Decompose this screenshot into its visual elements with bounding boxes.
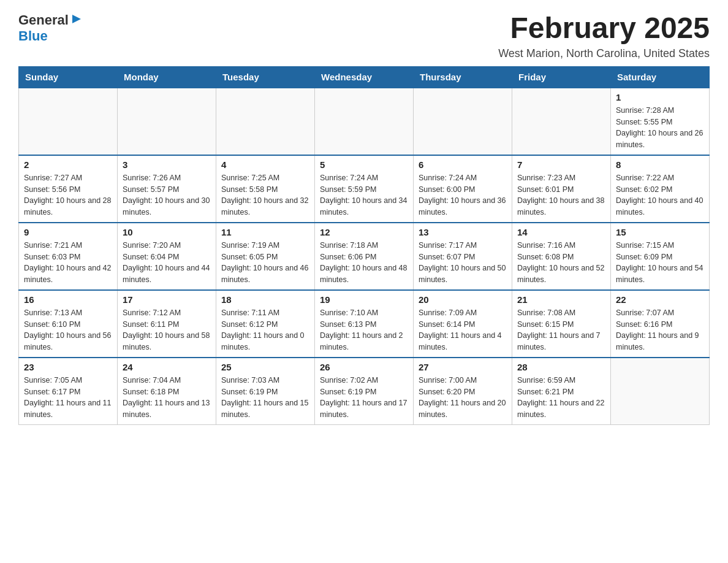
calendar-day-cell: 16Sunrise: 7:13 AMSunset: 6:10 PMDayligh…: [19, 290, 118, 358]
day-number: 21: [517, 294, 605, 305]
day-sun-info: Sunrise: 7:26 AMSunset: 5:57 PMDaylight:…: [123, 172, 211, 218]
day-sun-info: Sunrise: 7:12 AMSunset: 6:11 PMDaylight:…: [123, 307, 211, 353]
day-sun-info: Sunrise: 6:59 AMSunset: 6:21 PMDaylight:…: [517, 375, 605, 421]
day-number: 17: [123, 294, 211, 305]
calendar-day-cell: 4Sunrise: 7:25 AMSunset: 5:58 PMDaylight…: [216, 155, 315, 223]
day-number: 5: [320, 159, 408, 170]
calendar-week-row: 16Sunrise: 7:13 AMSunset: 6:10 PMDayligh…: [19, 290, 710, 358]
day-sun-info: Sunrise: 7:04 AMSunset: 6:18 PMDaylight:…: [123, 375, 211, 421]
day-sun-info: Sunrise: 7:13 AMSunset: 6:10 PMDaylight:…: [24, 307, 112, 353]
calendar-day-cell: [19, 88, 118, 155]
calendar-week-row: 9Sunrise: 7:21 AMSunset: 6:03 PMDaylight…: [19, 223, 710, 290]
day-number: 4: [221, 159, 309, 170]
calendar-day-cell: 22Sunrise: 7:07 AMSunset: 6:16 PMDayligh…: [611, 290, 710, 358]
calendar-day-cell: 23Sunrise: 7:05 AMSunset: 6:17 PMDayligh…: [19, 358, 118, 425]
calendar-day-cell: 27Sunrise: 7:00 AMSunset: 6:20 PMDayligh…: [414, 358, 512, 425]
day-number: 20: [419, 294, 507, 305]
day-sun-info: Sunrise: 7:17 AMSunset: 6:07 PMDaylight:…: [419, 240, 507, 286]
calendar-week-row: 23Sunrise: 7:05 AMSunset: 6:17 PMDayligh…: [19, 358, 710, 425]
day-of-week-header: Friday: [512, 66, 611, 88]
day-number: 26: [320, 362, 408, 372]
calendar-day-cell: 1Sunrise: 7:28 AMSunset: 5:55 PMDaylight…: [611, 88, 710, 155]
logo-general: General: [18, 12, 69, 28]
day-sun-info: Sunrise: 7:18 AMSunset: 6:06 PMDaylight:…: [320, 240, 408, 286]
day-number: 14: [517, 227, 605, 237]
day-sun-info: Sunrise: 7:02 AMSunset: 6:19 PMDaylight:…: [320, 375, 408, 421]
calendar-day-cell: 11Sunrise: 7:19 AMSunset: 6:05 PMDayligh…: [216, 223, 315, 290]
calendar-day-cell: 3Sunrise: 7:26 AMSunset: 5:57 PMDaylight…: [118, 155, 216, 223]
day-sun-info: Sunrise: 7:21 AMSunset: 6:03 PMDaylight:…: [24, 240, 112, 286]
day-sun-info: Sunrise: 7:19 AMSunset: 6:05 PMDaylight:…: [221, 240, 309, 286]
day-number: 19: [320, 294, 408, 305]
day-sun-info: Sunrise: 7:15 AMSunset: 6:09 PMDaylight:…: [616, 240, 704, 286]
day-of-week-header: Thursday: [414, 66, 512, 88]
calendar-week-row: 2Sunrise: 7:27 AMSunset: 5:56 PMDaylight…: [19, 155, 710, 223]
calendar-day-cell: 25Sunrise: 7:03 AMSunset: 6:19 PMDayligh…: [216, 358, 315, 425]
calendar-day-cell: 8Sunrise: 7:22 AMSunset: 6:02 PMDaylight…: [611, 155, 710, 223]
day-number: 2: [24, 159, 112, 170]
title-block: February 2025 West Marion, North Carolin…: [498, 12, 710, 60]
day-sun-info: Sunrise: 7:24 AMSunset: 5:59 PMDaylight:…: [320, 172, 408, 218]
calendar-day-cell: [216, 88, 315, 155]
day-number: 7: [517, 159, 605, 170]
day-sun-info: Sunrise: 7:03 AMSunset: 6:19 PMDaylight:…: [221, 375, 309, 421]
day-sun-info: Sunrise: 7:27 AMSunset: 5:56 PMDaylight:…: [24, 172, 112, 218]
day-sun-info: Sunrise: 7:28 AMSunset: 5:55 PMDaylight:…: [616, 105, 704, 151]
calendar-day-cell: 10Sunrise: 7:20 AMSunset: 6:04 PMDayligh…: [118, 223, 216, 290]
day-number: 10: [123, 227, 211, 237]
svg-marker-0: [72, 15, 81, 23]
calendar-day-cell: [512, 88, 611, 155]
calendar-day-cell: 17Sunrise: 7:12 AMSunset: 6:11 PMDayligh…: [118, 290, 216, 358]
day-number: 1: [616, 92, 704, 102]
logo-triangle-icon: [70, 13, 81, 25]
calendar-table: SundayMondayTuesdayWednesdayThursdayFrid…: [18, 66, 710, 425]
calendar-day-cell: [315, 88, 414, 155]
calendar-day-cell: 21Sunrise: 7:08 AMSunset: 6:15 PMDayligh…: [512, 290, 611, 358]
day-number: 25: [221, 362, 309, 372]
day-sun-info: Sunrise: 7:16 AMSunset: 6:08 PMDaylight:…: [517, 240, 605, 286]
calendar-day-cell: 14Sunrise: 7:16 AMSunset: 6:08 PMDayligh…: [512, 223, 611, 290]
day-sun-info: Sunrise: 7:22 AMSunset: 6:02 PMDaylight:…: [616, 172, 704, 218]
day-number: 15: [616, 227, 704, 237]
day-number: 13: [419, 227, 507, 237]
page-header: General Blue February 2025 West Marion, …: [18, 12, 710, 60]
calendar-day-cell: 7Sunrise: 7:23 AMSunset: 6:01 PMDaylight…: [512, 155, 611, 223]
month-title: February 2025: [498, 12, 710, 45]
day-number: 23: [24, 362, 112, 372]
calendar-day-cell: 15Sunrise: 7:15 AMSunset: 6:09 PMDayligh…: [611, 223, 710, 290]
calendar-day-cell: [118, 88, 216, 155]
day-number: 24: [123, 362, 211, 372]
day-sun-info: Sunrise: 7:23 AMSunset: 6:01 PMDaylight:…: [517, 172, 605, 218]
day-of-week-header: Monday: [118, 66, 216, 88]
day-sun-info: Sunrise: 7:09 AMSunset: 6:14 PMDaylight:…: [419, 307, 507, 353]
day-sun-info: Sunrise: 7:08 AMSunset: 6:15 PMDaylight:…: [517, 307, 605, 353]
location-title: West Marion, North Carolina, United Stat…: [498, 47, 710, 60]
calendar-day-cell: 9Sunrise: 7:21 AMSunset: 6:03 PMDaylight…: [19, 223, 118, 290]
day-sun-info: Sunrise: 7:00 AMSunset: 6:20 PMDaylight:…: [419, 375, 507, 421]
calendar-day-cell: 24Sunrise: 7:04 AMSunset: 6:18 PMDayligh…: [118, 358, 216, 425]
calendar-day-cell: 6Sunrise: 7:24 AMSunset: 6:00 PMDaylight…: [414, 155, 512, 223]
calendar-day-cell: 12Sunrise: 7:18 AMSunset: 6:06 PMDayligh…: [315, 223, 414, 290]
day-number: 8: [616, 159, 704, 170]
day-number: 22: [616, 294, 704, 305]
day-number: 12: [320, 227, 408, 237]
calendar-day-cell: 2Sunrise: 7:27 AMSunset: 5:56 PMDaylight…: [19, 155, 118, 223]
day-sun-info: Sunrise: 7:10 AMSunset: 6:13 PMDaylight:…: [320, 307, 408, 353]
day-number: 9: [24, 227, 112, 237]
day-number: 27: [419, 362, 507, 372]
calendar-header-row: SundayMondayTuesdayWednesdayThursdayFrid…: [19, 66, 710, 88]
day-sun-info: Sunrise: 7:05 AMSunset: 6:17 PMDaylight:…: [24, 375, 112, 421]
day-sun-info: Sunrise: 7:25 AMSunset: 5:58 PMDaylight:…: [221, 172, 309, 218]
day-number: 28: [517, 362, 605, 372]
day-of-week-header: Saturday: [611, 66, 710, 88]
day-number: 18: [221, 294, 309, 305]
logo-blue: Blue: [18, 28, 48, 44]
calendar-day-cell: 13Sunrise: 7:17 AMSunset: 6:07 PMDayligh…: [414, 223, 512, 290]
day-sun-info: Sunrise: 7:24 AMSunset: 6:00 PMDaylight:…: [419, 172, 507, 218]
day-of-week-header: Tuesday: [216, 66, 315, 88]
day-number: 11: [221, 227, 309, 237]
calendar-day-cell: 5Sunrise: 7:24 AMSunset: 5:59 PMDaylight…: [315, 155, 414, 223]
day-sun-info: Sunrise: 7:07 AMSunset: 6:16 PMDaylight:…: [616, 307, 704, 353]
calendar-day-cell: 20Sunrise: 7:09 AMSunset: 6:14 PMDayligh…: [414, 290, 512, 358]
logo: General Blue: [18, 12, 81, 44]
